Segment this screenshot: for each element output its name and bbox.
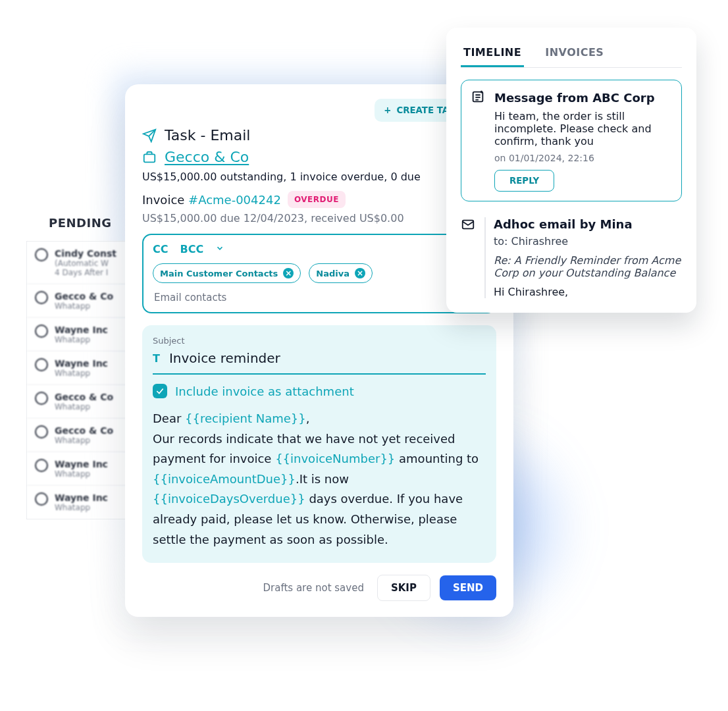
remove-chip-icon[interactable]: × <box>355 268 365 278</box>
template-variable: {{recipient Name}} <box>185 411 306 425</box>
list-item-title: Gecco & Co <box>55 291 113 302</box>
list-item-subtitle: Whatapp <box>55 302 113 311</box>
event-title: Adhoc email by Mina <box>494 217 682 231</box>
invoice-link[interactable]: #Acme-004242 <box>188 193 281 207</box>
whatsapp-icon <box>35 392 48 405</box>
whatsapp-icon <box>35 492 48 506</box>
subject-label: Subject <box>153 336 486 346</box>
outstanding-summary: US$15,000.00 outstanding, 1 invoice over… <box>142 171 496 183</box>
text-icon: T <box>153 352 160 365</box>
pending-heading: PENDING <box>49 216 112 230</box>
drafts-hint: Drafts are not saved <box>263 582 364 594</box>
chip-label: Main Customer Contacts <box>160 269 278 278</box>
paper-plane-icon <box>142 128 157 143</box>
list-item-subtitle: Whatapp <box>55 369 108 378</box>
list-item-title: Cindy Const <box>55 248 117 259</box>
task-title: Task - Email <box>165 127 250 144</box>
whatsapp-icon <box>35 291 48 304</box>
event-body: Hi team, the order is still incomplete. … <box>494 110 672 147</box>
list-item-subtitle: Whatapp <box>55 335 108 344</box>
note-plus-icon <box>471 90 485 104</box>
timeline-event: Adhoc email by Mina to: Chirashree Re: A… <box>461 217 682 298</box>
contacts-input[interactable] <box>153 291 283 304</box>
list-item-title: Gecco & Co <box>55 392 113 402</box>
list-item-subtitle: 4 Days After I <box>55 268 117 277</box>
whatsapp-icon <box>35 425 48 438</box>
list-item-title: Wayne Inc <box>55 492 108 503</box>
whatsapp-icon <box>35 325 48 338</box>
list-item-subtitle: Whatapp <box>55 402 113 411</box>
overdue-badge: OVERDUE <box>288 191 346 208</box>
timeline-event: Message from ABC Corp Hi team, the order… <box>461 80 682 201</box>
event-timestamp: on 01/01/2024, 22:16 <box>494 153 672 163</box>
reply-button[interactable]: REPLY <box>494 170 554 192</box>
bcc-toggle[interactable]: BCC <box>180 243 203 255</box>
list-item-title: Gecco & Co <box>55 425 113 436</box>
template-variable: {{invoiceAmountDue}} <box>153 472 296 486</box>
email-body[interactable]: Dear {{recipient Name}}, Our records ind… <box>153 409 486 550</box>
tab-timeline[interactable]: TIMELINE <box>461 40 524 67</box>
list-item-subtitle: (Automatic W <box>55 259 117 268</box>
list-item-title: Wayne Inc <box>55 358 108 369</box>
company-link[interactable]: Gecco & Co <box>165 149 249 165</box>
skip-button[interactable]: SKIP <box>377 575 430 601</box>
template-variable: {{invoiceDaysOverdue}} <box>153 492 305 506</box>
list-item-subtitle: Whatapp <box>55 469 108 479</box>
mail-icon <box>461 217 475 232</box>
tab-invoices[interactable]: INVOICES <box>542 40 606 67</box>
invoice-due-line: US$15,000.00 due 12/04/2023, received US… <box>142 212 496 224</box>
briefcase-icon <box>142 150 157 165</box>
contact-chip[interactable]: Nadiva × <box>309 263 373 283</box>
send-button[interactable]: SEND <box>440 575 496 600</box>
event-title: Message from ABC Corp <box>494 91 672 105</box>
plus-icon: + <box>384 105 391 115</box>
list-item-title: Wayne Inc <box>55 325 108 335</box>
svg-rect-0 <box>144 154 155 162</box>
invoice-label: Invoice #Acme-004242 <box>142 193 281 207</box>
event-to: to: Chirashree <box>494 235 682 248</box>
list-item-subtitle: Whatapp <box>55 436 113 445</box>
remove-chip-icon[interactable]: × <box>283 268 294 278</box>
cc-toggle[interactable]: CC <box>153 243 168 255</box>
list-item-subtitle: Whatapp <box>55 503 108 512</box>
recipients-box: CC BCC Main Customer Contacts × Nadiva × <box>142 234 496 313</box>
email-compose-block: Subject T Include invoice as attachment … <box>142 325 496 563</box>
attach-label: Include invoice as attachment <box>175 384 354 398</box>
whatsapp-icon <box>35 459 48 472</box>
subject-input[interactable] <box>168 350 486 367</box>
template-variable: {{invoiceNumber}} <box>275 452 395 465</box>
contact-chip[interactable]: Main Customer Contacts × <box>153 263 301 283</box>
chip-label: Nadiva <box>316 269 350 278</box>
whatsapp-icon <box>35 358 48 371</box>
whatsapp-icon <box>35 248 48 261</box>
list-item-title: Wayne Inc <box>55 459 108 469</box>
event-subject: Re: A Friendly Reminder from Acme Corp o… <box>494 254 682 279</box>
attach-checkbox[interactable] <box>153 384 167 398</box>
event-greeting: Hi Chirashree, <box>494 286 682 298</box>
timeline-panel: TIMELINE INVOICES Message from ABC Corp … <box>446 28 696 313</box>
chevron-down-icon[interactable] <box>215 243 224 255</box>
